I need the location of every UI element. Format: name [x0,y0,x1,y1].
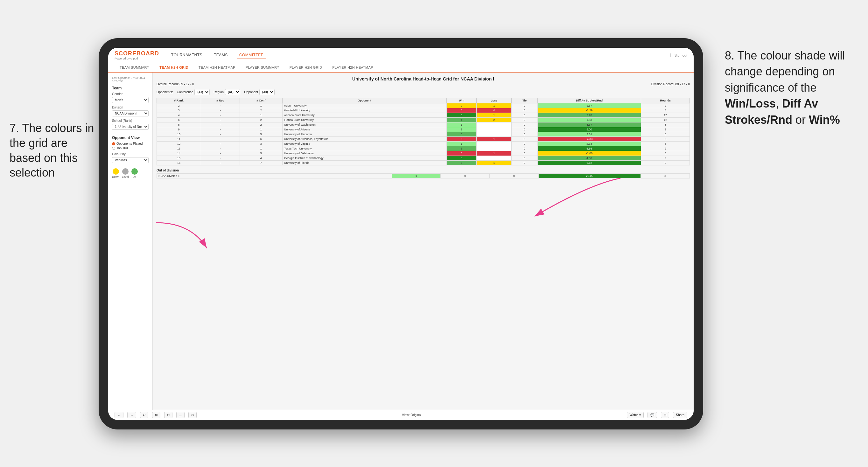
cut-btn[interactable]: ✂ [164,412,173,418]
cell-loss: 0 [477,156,512,161]
table-row: 2 - 1 Auburn University 2 1 0 1.67 9 [157,103,690,108]
cell-opponent: University of Virginia [282,142,447,146]
tab-team-summary[interactable]: TEAM SUMMARY [115,63,154,72]
cell-tie: 0 [512,146,538,151]
tab-player-summary[interactable]: PLAYER SUMMARY [241,63,284,72]
undo-btn[interactable]: ← [115,412,123,418]
cell-loss: 2 [477,118,512,122]
grid-area: University of North Carolina Head-to-Hea… [153,72,694,410]
cell-opponent: University of Washington [282,122,447,127]
cell-conf: 2 [240,118,282,122]
cell-tie: 0 [512,108,538,113]
cell-reg: - [201,127,240,132]
sign-out[interactable]: Sign out [671,54,687,57]
cell-win: 0 [447,108,477,113]
cell-win: 4 [447,118,477,122]
opponent-select[interactable]: (All) [259,89,275,95]
colour-legend: Down Level Up [112,168,149,179]
conference-label: Conference [177,90,193,94]
grid-title: University of North Carolina Head-to-Hea… [157,76,690,82]
cell-diff: 3.67 [537,122,641,127]
cell-diff: 5.56 [537,146,641,151]
cell-diff: 1.67 [537,103,641,108]
opponent-view-label: Opponent View [112,135,149,140]
tab-player-h2h-heatmap[interactable]: PLAYER H2H HEATMAP [327,63,378,72]
tablet-frame: SCOREBOARD Powered by clippd TOURNAMENTS… [99,38,703,430]
filter-group-opponent: Opponent (All) [244,89,275,95]
cell-conf: 1 [240,103,282,108]
radio-opponents-played[interactable]: Opponents Played [112,142,149,145]
cell-loss: 1 [477,161,512,165]
out-of-division-label: Out of division [157,168,690,172]
cell-rank: 14 [157,151,201,156]
cell-reg: - [201,113,240,118]
redo-btn[interactable]: → [127,412,136,418]
tab-player-h2h-grid[interactable]: PLAYER H2H GRID [284,63,328,72]
cell-rounds: 3 [641,151,690,156]
clock-btn[interactable]: ⊙ [188,412,197,418]
tab-team-h2h-heatmap[interactable]: TEAM H2H HEATMAP [193,63,241,72]
col-conf: # Conf [240,98,282,103]
cell-opponent: University of Arkansas, Fayetteville [282,137,447,142]
view-label: View: Original [402,413,422,417]
cell-opponent: Vanderbilt University [282,108,447,113]
nav-teams[interactable]: TEAMS [211,52,230,59]
grid2-btn[interactable]: ⊞ [661,412,669,418]
cell-conf: 6 [240,137,282,142]
cell-tie: 0 [512,151,538,156]
cell-reg: - [201,146,240,151]
nav-committee[interactable]: COMMITTEE [237,52,266,59]
reset-btn[interactable]: ↩ [140,412,148,418]
table-row: 15 - 4 Georgia Institute of Technology 5… [157,156,690,161]
watch-btn[interactable]: Watch ▾ [627,412,644,418]
cell-rank: 4 [157,113,201,118]
cell-conf: 4 [240,156,282,161]
school-select[interactable]: 1. University of Nort... [112,124,149,130]
cell-rank: 16 [157,161,201,165]
nav-tournaments[interactable]: TOURNAMENTS [168,52,205,59]
tab-team-h2h-grid[interactable]: TEAM H2H GRID [154,63,193,72]
cell-conf: 1 [240,127,282,132]
cell-tie: 0 [512,161,538,165]
radio-top100[interactable]: Top 100 [112,146,149,150]
cell-win: 2 [447,103,477,108]
cell-reg: - [201,103,240,108]
data-table: # Rank # Reg # Conf Opponent Win Loss Ti… [157,98,690,165]
cell-diff: 2.33 [537,142,641,146]
cell-win: 5 [447,156,477,161]
col-tie: Tie [512,98,538,103]
cell-conf: 3 [240,142,282,146]
gender-select[interactable]: Men's [112,97,149,103]
cell-conf: 1 [240,113,282,118]
filter-group-opponents: Opponents: [157,90,173,94]
out-of-division-table: NCAA Division II 1 0 0 26.00 3 [157,174,690,179]
cell-diff: -4.33 [537,137,641,142]
ood-diff: 26.00 [538,174,641,179]
cell-reg: - [201,161,240,165]
cell-diff: 2.28 [537,113,641,118]
col-opponent: Opponent [282,98,447,103]
cell-reg: - [201,132,240,137]
share-btn[interactable]: Share [673,412,687,418]
cell-tie: 0 [512,142,538,146]
division-select[interactable]: NCAA Division I [112,111,149,117]
annotation-right-text: 8. The colour shade will change dependin… [725,49,845,126]
cell-conf: 2 [240,122,282,127]
cell-opponent: University of Alabama [282,132,447,137]
more-btn[interactable]: ... [176,412,185,418]
conference-select[interactable]: (All) [194,89,210,95]
ood-rounds: 3 [641,174,690,179]
cell-rounds: 8 [641,108,690,113]
grid-btn[interactable]: ⊞ [152,412,160,418]
cell-loss: 1 [477,151,512,156]
colour-by-select[interactable]: Win/loss [112,157,149,163]
radio-dot-opponents-played [112,142,115,145]
cell-conf: 5 [240,151,282,156]
table-row: 8 - 2 University of Washington 1 0 0 3.6… [157,122,690,127]
region-select[interactable]: (All) [225,89,240,95]
cell-reg: - [201,151,240,156]
region-label: Region [214,90,224,94]
comment-btn[interactable]: 💬 [648,412,657,418]
cell-tie: 0 [512,132,538,137]
annotation-right: 8. The colour shade will change dependin… [725,48,859,128]
